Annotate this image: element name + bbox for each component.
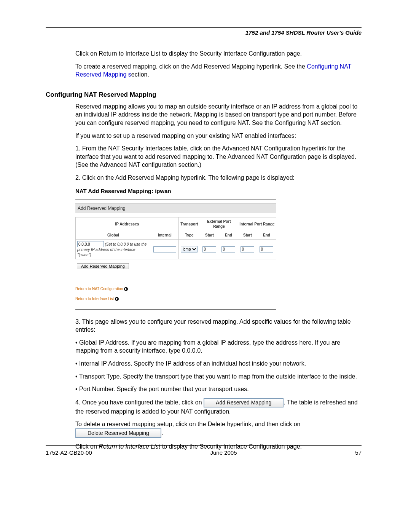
delete-para: To delete a reserved mapping setup, clic…: [75, 420, 362, 438]
body-content: Click on Return to Interface List to dis…: [75, 50, 362, 79]
section-p1: Reserved mapping allows you to map an ou…: [75, 102, 362, 127]
table-header-row-1: IP Addresses Transport External Port Ran…: [76, 217, 276, 231]
th-ext-end: End: [219, 231, 238, 240]
th-internal: Internal: [151, 231, 178, 240]
th-ip-addresses: IP Addresses: [76, 217, 179, 231]
return-interface-link[interactable]: Return to Interface List ▶: [75, 296, 119, 302]
cell-ext-start: [200, 240, 219, 259]
page-footer: 1752-A2-GB20-00 June 2005 57: [46, 445, 362, 456]
reserved-mapping-table: IP Addresses Transport External Port Ran…: [75, 217, 276, 260]
screenshot-rule-bottom: [75, 309, 276, 310]
section-body: Reserved mapping allows you to map an ou…: [75, 102, 362, 451]
footer-date: June 2005: [210, 449, 237, 456]
cell-internal: [151, 240, 178, 259]
screenshot-panel: Add Reserved Mapping IP Addresses Transp…: [75, 199, 276, 310]
bullet-port: • Port Number. Specify the port number t…: [75, 385, 362, 393]
screenshot-rule-top: [75, 199, 276, 200]
bullet-internal-ip: • Internal IP Address. Specify the IP ad…: [75, 359, 362, 368]
delete-reserved-mapping-inline-button[interactable]: Delete Reserved Mapping: [75, 428, 161, 438]
cell-int-start: [238, 240, 257, 259]
step-2: 2. Click on the Add Reserved Mapping hyp…: [75, 174, 362, 182]
intro-p2: To create a reserved mapping, click on t…: [75, 62, 362, 79]
screenshot-title: NAT Add Reserved Mapping: ipwan: [75, 187, 362, 195]
int-end-input[interactable]: [260, 246, 273, 252]
return-nat-label: Return to NAT Configuration: [75, 286, 123, 292]
cell-int-end: [257, 240, 276, 259]
ext-end-input[interactable]: [221, 246, 235, 252]
panel-header: Add Reserved Mapping: [75, 203, 276, 213]
th-type: Type: [178, 231, 200, 240]
th-global: Global: [76, 231, 151, 240]
cell-global: (Set to 0.0.0.0 to use the primary IP ad…: [76, 240, 151, 259]
table-header-row-2: Global Internal Type Start End Start End: [76, 231, 276, 240]
header-rule: [46, 27, 362, 28]
th-transport: Transport: [178, 217, 200, 231]
cell-type: icmp: [178, 240, 200, 259]
step-1: 1. From the NAT Security Interfaces tabl…: [75, 144, 362, 169]
step-4: 4. Once you have configured the table, c…: [75, 398, 362, 415]
th-int-end: End: [257, 231, 276, 240]
arrow-icon: ▶: [115, 297, 119, 301]
int-start-input[interactable]: [241, 246, 254, 252]
bullet-transport: • Transport Type. Specify the transport …: [75, 372, 362, 381]
guide-title: 1752 and 1754 SHDSL Router User's Guide: [46, 29, 362, 36]
th-internal-range: Internal Port Range: [238, 217, 276, 231]
footer-pagenum: 57: [355, 449, 362, 456]
global-ip-input[interactable]: [77, 241, 104, 247]
intro-p2-tail: ection.: [131, 71, 149, 78]
intro-p2-text: To create a reserved mapping, click on t…: [75, 63, 307, 70]
section-p2: If you want to set up a reserved mapping…: [75, 132, 362, 140]
document-page: 1752 and 1754 SHDSL Router User's Guide …: [0, 0, 411, 532]
add-reserved-mapping-inline-button[interactable]: Add Reserved Mapping: [204, 398, 284, 407]
return-nat-link[interactable]: Return to NAT Configuration ▶: [75, 286, 128, 292]
return-iface-label: Return to Interface List: [75, 296, 114, 302]
intro-p1: Click on Return to Interface List to dis…: [75, 50, 362, 58]
step-3: 3. This page allows you to configure you…: [75, 318, 362, 334]
table-data-row: (Set to 0.0.0.0 to use the primary IP ad…: [76, 240, 276, 259]
th-external-range: External Port Range: [200, 217, 238, 231]
transport-select[interactable]: icmp: [181, 246, 198, 252]
internal-ip-input[interactable]: [153, 246, 176, 252]
screenshot-rule-mid: [75, 277, 276, 277]
step4-a: 4. Once you have configured the table, c…: [75, 399, 204, 406]
th-ext-start: Start: [200, 231, 219, 240]
delete-a: To delete a reserved mapping setup, clic…: [75, 421, 300, 427]
ext-start-input[interactable]: [202, 246, 216, 252]
bullet-global-ip: • Global IP Address. If you are mapping …: [75, 339, 362, 355]
footer-docnum: 1752-A2-GB20-00: [46, 449, 92, 456]
delete-b: .: [161, 430, 163, 436]
section-heading: Configuring NAT Reserved Mapping: [46, 91, 362, 99]
th-int-start: Start: [238, 231, 257, 240]
arrow-icon: ▶: [124, 287, 128, 291]
cell-ext-end: [219, 240, 238, 259]
add-reserved-mapping-button[interactable]: Add Reserved Mapping: [77, 263, 129, 269]
